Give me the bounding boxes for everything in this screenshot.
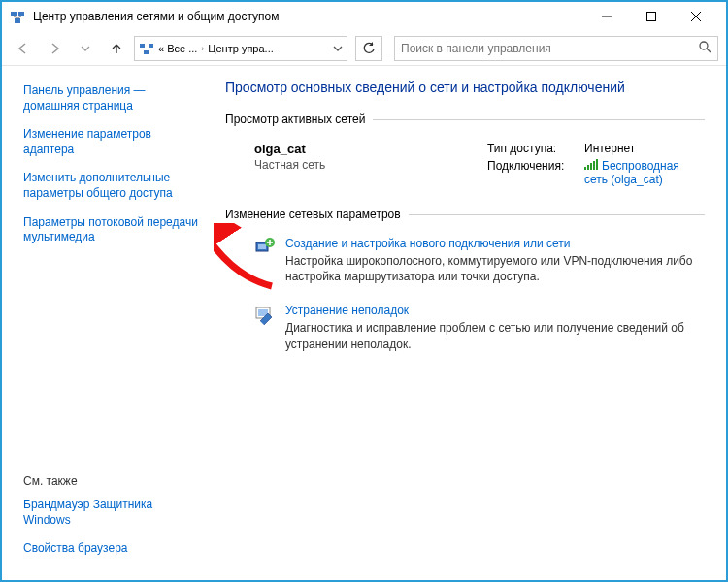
app-icon — [10, 9, 25, 24]
search-icon[interactable] — [698, 40, 711, 56]
titlebar: Центр управления сетями и общим доступом — [2, 2, 726, 31]
maximize-icon — [646, 12, 656, 21]
body: Панель управления — домашняя страница Из… — [2, 66, 726, 580]
refresh-icon — [362, 42, 376, 55]
access-type-label: Тип доступа: — [487, 142, 584, 155]
search-box[interactable] — [394, 36, 718, 61]
new-connection-icon — [254, 237, 276, 258]
active-networks-label: Просмотр активных сетей — [225, 113, 365, 126]
network-icon — [139, 41, 154, 56]
action-troubleshoot-title[interactable]: Устранение неполадок — [285, 304, 701, 317]
search-input[interactable] — [401, 42, 698, 55]
minimize-button[interactable] — [584, 2, 629, 31]
active-networks-header: Просмотр активных сетей — [225, 113, 705, 126]
action-new-connection: Создание и настройка нового подключения … — [225, 229, 705, 296]
network-block: olga_cat Частная сеть Тип доступа: Интер… — [225, 134, 705, 208]
svg-rect-1 — [18, 12, 24, 16]
network-name: olga_cat — [254, 142, 487, 156]
network-details: Тип доступа: Интернет Подключения: Беспр… — [487, 142, 701, 190]
chevron-down-icon — [81, 44, 90, 53]
close-button[interactable] — [674, 2, 718, 31]
action-troubleshoot: Устранение неполадок Диагностика и испра… — [225, 296, 705, 363]
breadcrumb-current: Центр упра... — [208, 43, 273, 54]
svg-rect-15 — [258, 244, 266, 249]
svg-rect-9 — [140, 44, 145, 48]
main-content: Просмотр основных сведений о сети и наст… — [214, 66, 726, 580]
window-title: Центр управления сетями и общим доступом — [33, 10, 584, 23]
sidebar-link-firewall[interactable]: Брандмауэр Защитника Windows — [23, 498, 200, 528]
svg-line-3 — [14, 16, 17, 18]
sidebar-link-media-streaming[interactable]: Параметры потоковой передачи мультимедиа — [23, 215, 200, 245]
action-new-connection-desc: Настройка широкополосного, коммутируемог… — [285, 253, 701, 284]
change-settings-label: Изменение сетевых параметров — [225, 208, 401, 221]
svg-rect-2 — [15, 18, 20, 23]
close-icon — [691, 12, 701, 21]
svg-rect-10 — [149, 44, 153, 48]
address-bar[interactable]: « Все ... › Центр упра... — [134, 36, 347, 61]
svg-rect-11 — [144, 50, 149, 54]
minimize-icon — [602, 12, 612, 21]
arrow-left-icon — [17, 42, 30, 55]
troubleshoot-icon — [254, 304, 276, 325]
divider — [373, 119, 705, 120]
arrow-up-icon — [110, 42, 123, 55]
back-button[interactable] — [10, 35, 37, 62]
svg-line-13 — [707, 48, 711, 52]
svg-point-12 — [700, 42, 708, 49]
sidebar-link-home[interactable]: Панель управления — домашняя страница — [23, 83, 200, 113]
change-settings-header: Изменение сетевых параметров — [225, 208, 705, 221]
window-controls — [584, 2, 718, 31]
arrow-right-icon — [48, 42, 61, 55]
see-also-heading: См. также — [23, 474, 200, 488]
svg-rect-6 — [647, 13, 656, 21]
network-type: Частная сеть — [254, 158, 487, 172]
access-type-value: Интернет — [584, 142, 701, 155]
breadcrumb-prefix: « Все ... — [158, 43, 197, 54]
toolbar: « Все ... › Центр упра... — [2, 31, 726, 66]
sidebar: Панель управления — домашняя страница Из… — [2, 66, 214, 580]
maximize-button[interactable] — [629, 2, 674, 31]
network-identity: olga_cat Частная сеть — [254, 142, 487, 190]
sidebar-link-browser-properties[interactable]: Свойства браузера — [23, 541, 200, 557]
wifi-signal-icon — [584, 160, 598, 170]
connections-label: Подключения: — [487, 159, 584, 186]
refresh-button[interactable] — [355, 36, 382, 61]
action-troubleshoot-desc: Диагностика и исправление проблем с сеть… — [285, 320, 701, 351]
svg-line-4 — [17, 16, 21, 18]
sidebar-link-sharing-settings[interactable]: Изменить дополнительные параметры общего… — [23, 171, 200, 201]
chevron-down-icon[interactable] — [333, 44, 343, 53]
sidebar-link-adapter-settings[interactable]: Изменение параметров адаптера — [23, 127, 200, 157]
forward-button[interactable] — [41, 35, 68, 62]
svg-rect-0 — [11, 12, 17, 16]
page-title: Просмотр основных сведений о сети и наст… — [225, 80, 705, 95]
connection-link[interactable]: Беспроводная сеть (olga_cat) — [584, 159, 679, 186]
chevron-right-icon: › — [201, 44, 204, 53]
divider — [409, 214, 705, 215]
recent-dropdown[interactable] — [72, 35, 99, 62]
action-new-connection-title[interactable]: Создание и настройка нового подключения … — [285, 237, 701, 250]
up-button[interactable] — [103, 35, 130, 62]
